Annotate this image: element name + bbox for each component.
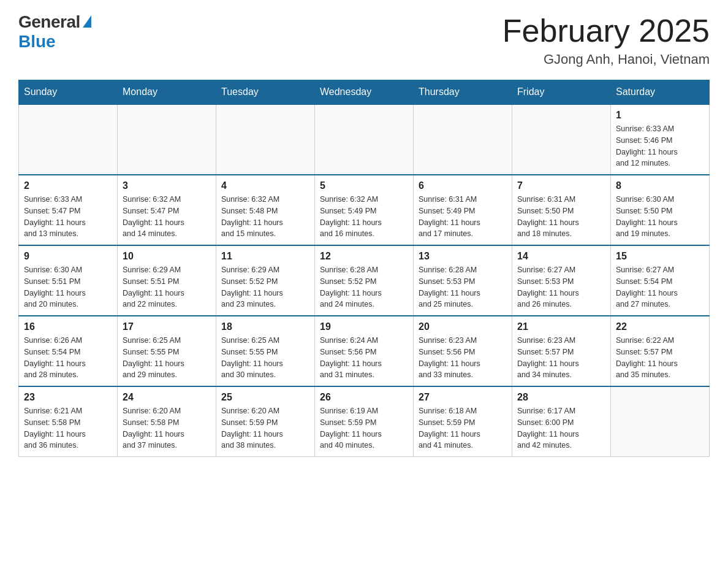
logo: General Blue [18, 12, 91, 52]
day-number: 26 [320, 392, 408, 403]
calendar-day: 6Sunrise: 6:31 AM Sunset: 5:49 PM Daylig… [414, 175, 512, 245]
day-info: Sunrise: 6:30 AM Sunset: 5:51 PM Dayligh… [24, 264, 112, 310]
calendar-day: 19Sunrise: 6:24 AM Sunset: 5:56 PM Dayli… [315, 316, 414, 386]
day-number: 5 [320, 180, 408, 191]
calendar-day: 24Sunrise: 6:20 AM Sunset: 5:58 PM Dayli… [118, 386, 216, 457]
day-number: 25 [221, 392, 309, 403]
calendar-day: 16Sunrise: 6:26 AM Sunset: 5:54 PM Dayli… [19, 316, 118, 386]
day-info: Sunrise: 6:20 AM Sunset: 5:59 PM Dayligh… [221, 405, 309, 451]
calendar-day: 18Sunrise: 6:25 AM Sunset: 5:55 PM Dayli… [216, 316, 315, 386]
day-number: 23 [24, 392, 112, 403]
day-number: 15 [616, 251, 704, 262]
day-info: Sunrise: 6:20 AM Sunset: 5:58 PM Dayligh… [123, 405, 211, 451]
logo-general-word: General [18, 12, 80, 32]
calendar-header-row: SundayMondayTuesdayWednesdayThursdayFrid… [19, 80, 710, 105]
day-number: 28 [517, 392, 605, 403]
day-info: Sunrise: 6:17 AM Sunset: 6:00 PM Dayligh… [517, 405, 605, 451]
calendar-day: 23Sunrise: 6:21 AM Sunset: 5:58 PM Dayli… [19, 386, 118, 457]
day-header-thursday: Thursday [414, 80, 512, 105]
calendar-day: 5Sunrise: 6:32 AM Sunset: 5:49 PM Daylig… [315, 175, 414, 245]
page-header: General Blue February 2025 GJong Anh, Ha… [18, 12, 710, 67]
day-number: 20 [419, 321, 507, 332]
day-info: Sunrise: 6:19 AM Sunset: 5:59 PM Dayligh… [320, 405, 408, 451]
calendar-day: 4Sunrise: 6:32 AM Sunset: 5:48 PM Daylig… [216, 175, 315, 245]
day-number: 6 [419, 180, 507, 191]
day-number: 3 [123, 180, 211, 191]
day-info: Sunrise: 6:28 AM Sunset: 5:53 PM Dayligh… [419, 264, 507, 310]
day-info: Sunrise: 6:24 AM Sunset: 5:56 PM Dayligh… [320, 335, 408, 381]
day-info: Sunrise: 6:32 AM Sunset: 5:49 PM Dayligh… [320, 194, 408, 240]
day-info: Sunrise: 6:31 AM Sunset: 5:49 PM Dayligh… [419, 194, 507, 240]
day-number: 18 [221, 321, 309, 332]
day-number: 17 [123, 321, 211, 332]
calendar-day: 1Sunrise: 6:33 AM Sunset: 5:46 PM Daylig… [611, 104, 710, 175]
day-info: Sunrise: 6:22 AM Sunset: 5:57 PM Dayligh… [616, 335, 704, 381]
calendar-week-row: 9Sunrise: 6:30 AM Sunset: 5:51 PM Daylig… [19, 245, 710, 316]
day-number: 2 [24, 180, 112, 191]
day-info: Sunrise: 6:33 AM Sunset: 5:47 PM Dayligh… [24, 194, 112, 240]
day-header-wednesday: Wednesday [315, 80, 414, 105]
day-info: Sunrise: 6:30 AM Sunset: 5:50 PM Dayligh… [616, 194, 704, 240]
calendar-day: 10Sunrise: 6:29 AM Sunset: 5:51 PM Dayli… [118, 245, 216, 316]
day-info: Sunrise: 6:32 AM Sunset: 5:47 PM Dayligh… [123, 194, 211, 240]
day-info: Sunrise: 6:27 AM Sunset: 5:53 PM Dayligh… [517, 264, 605, 310]
day-info: Sunrise: 6:29 AM Sunset: 5:52 PM Dayligh… [221, 264, 309, 310]
day-info: Sunrise: 6:25 AM Sunset: 5:55 PM Dayligh… [221, 335, 309, 381]
calendar-week-row: 1Sunrise: 6:33 AM Sunset: 5:46 PM Daylig… [19, 104, 710, 175]
day-number: 10 [123, 251, 211, 262]
calendar-day [414, 104, 512, 175]
calendar-day: 3Sunrise: 6:32 AM Sunset: 5:47 PM Daylig… [118, 175, 216, 245]
calendar-day: 20Sunrise: 6:23 AM Sunset: 5:56 PM Dayli… [414, 316, 512, 386]
calendar-day [611, 386, 710, 457]
day-info: Sunrise: 6:28 AM Sunset: 5:52 PM Dayligh… [320, 264, 408, 310]
calendar-day: 17Sunrise: 6:25 AM Sunset: 5:55 PM Dayli… [118, 316, 216, 386]
day-number: 1 [616, 110, 704, 121]
logo-blue-text: Blue [18, 32, 56, 52]
calendar-week-row: 2Sunrise: 6:33 AM Sunset: 5:47 PM Daylig… [19, 175, 710, 245]
day-info: Sunrise: 6:31 AM Sunset: 5:50 PM Dayligh… [517, 194, 605, 240]
day-info: Sunrise: 6:21 AM Sunset: 5:58 PM Dayligh… [24, 405, 112, 451]
calendar-week-row: 23Sunrise: 6:21 AM Sunset: 5:58 PM Dayli… [19, 386, 710, 457]
calendar-week-row: 16Sunrise: 6:26 AM Sunset: 5:54 PM Dayli… [19, 316, 710, 386]
day-header-tuesday: Tuesday [216, 80, 315, 105]
day-number: 19 [320, 321, 408, 332]
logo-triangle-icon [83, 15, 91, 28]
day-number: 13 [419, 251, 507, 262]
calendar-day: 21Sunrise: 6:23 AM Sunset: 5:57 PM Dayli… [512, 316, 611, 386]
calendar-day: 11Sunrise: 6:29 AM Sunset: 5:52 PM Dayli… [216, 245, 315, 316]
day-info: Sunrise: 6:27 AM Sunset: 5:54 PM Dayligh… [616, 264, 704, 310]
day-number: 24 [123, 392, 211, 403]
calendar-day [315, 104, 414, 175]
calendar-day: 22Sunrise: 6:22 AM Sunset: 5:57 PM Dayli… [611, 316, 710, 386]
day-number: 8 [616, 180, 704, 191]
calendar-day: 8Sunrise: 6:30 AM Sunset: 5:50 PM Daylig… [611, 175, 710, 245]
calendar-day: 25Sunrise: 6:20 AM Sunset: 5:59 PM Dayli… [216, 386, 315, 457]
day-number: 12 [320, 251, 408, 262]
day-info: Sunrise: 6:32 AM Sunset: 5:48 PM Dayligh… [221, 194, 309, 240]
calendar-day: 7Sunrise: 6:31 AM Sunset: 5:50 PM Daylig… [512, 175, 611, 245]
day-info: Sunrise: 6:23 AM Sunset: 5:56 PM Dayligh… [419, 335, 507, 381]
day-info: Sunrise: 6:33 AM Sunset: 5:46 PM Dayligh… [616, 123, 704, 169]
calendar-title: February 2025 [502, 12, 710, 49]
day-header-saturday: Saturday [611, 80, 710, 105]
day-number: 14 [517, 251, 605, 262]
calendar-day [118, 104, 216, 175]
day-info: Sunrise: 6:29 AM Sunset: 5:51 PM Dayligh… [123, 264, 211, 310]
calendar-day: 27Sunrise: 6:18 AM Sunset: 5:59 PM Dayli… [414, 386, 512, 457]
calendar-day [512, 104, 611, 175]
calendar-day: 28Sunrise: 6:17 AM Sunset: 6:00 PM Dayli… [512, 386, 611, 457]
day-info: Sunrise: 6:23 AM Sunset: 5:57 PM Dayligh… [517, 335, 605, 381]
day-number: 16 [24, 321, 112, 332]
calendar-day: 2Sunrise: 6:33 AM Sunset: 5:47 PM Daylig… [19, 175, 118, 245]
day-info: Sunrise: 6:25 AM Sunset: 5:55 PM Dayligh… [123, 335, 211, 381]
day-number: 9 [24, 251, 112, 262]
calendar-day: 12Sunrise: 6:28 AM Sunset: 5:52 PM Dayli… [315, 245, 414, 316]
day-number: 11 [221, 251, 309, 262]
day-header-monday: Monday [118, 80, 216, 105]
day-number: 21 [517, 321, 605, 332]
calendar-day: 14Sunrise: 6:27 AM Sunset: 5:53 PM Dayli… [512, 245, 611, 316]
calendar-day: 13Sunrise: 6:28 AM Sunset: 5:53 PM Dayli… [414, 245, 512, 316]
calendar-subtitle: GJong Anh, Hanoi, Vietnam [502, 52, 710, 67]
day-info: Sunrise: 6:18 AM Sunset: 5:59 PM Dayligh… [419, 405, 507, 451]
day-number: 4 [221, 180, 309, 191]
